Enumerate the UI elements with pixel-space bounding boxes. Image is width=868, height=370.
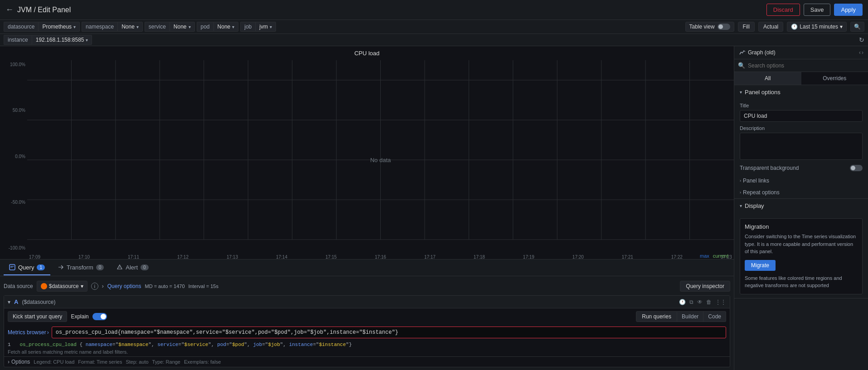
- tab-overrides[interactable]: Overrides: [801, 72, 868, 85]
- y-label-2: 0.0%: [2, 154, 25, 159]
- explain-label: Explain: [71, 313, 88, 320]
- panel-links-header[interactable]: › Panel links: [734, 175, 868, 187]
- trash-icon[interactable]: 🗑: [706, 299, 712, 305]
- zoom-icon[interactable]: 🔍: [850, 22, 864, 32]
- table-view-switch[interactable]: [718, 24, 730, 30]
- display-header[interactable]: ▾ Display: [734, 199, 868, 213]
- namespace-value[interactable]: None: [117, 22, 143, 32]
- x-label-3: 17:12: [177, 255, 189, 259]
- panel-options-header[interactable]: ▾ Panel options: [734, 85, 868, 99]
- description-field-label: Description: [740, 125, 863, 131]
- metrics-browser-chevron: ›: [47, 329, 49, 336]
- transparent-bg-label: Transparent background: [740, 165, 799, 171]
- title-field-label: Title: [740, 103, 863, 108]
- pod-value[interactable]: None: [213, 22, 239, 32]
- left-panel: CPU load 100.0% 50.0% 0.0% -50.0% -100.0…: [0, 46, 734, 370]
- migration-desc: Consider switching to the Time series vi…: [745, 233, 858, 255]
- instance-value[interactable]: 192.168.1.158:8585: [32, 35, 92, 45]
- code-button[interactable]: Code: [703, 311, 726, 322]
- drag-icon[interactable]: ⋮⋮: [715, 299, 726, 305]
- datasource-select[interactable]: $datasource ▾: [37, 281, 87, 292]
- options-chevron-icon: ›: [8, 359, 10, 365]
- x-label-4: 17:13: [227, 255, 238, 259]
- query-input-row: Kick start your query Explain Run querie…: [4, 308, 730, 325]
- builder-button[interactable]: Builder: [677, 311, 703, 322]
- query-inspector-button[interactable]: Query inspector: [680, 281, 730, 292]
- query-tabs: Query 1 Transform 0 Alert 0: [0, 259, 734, 276]
- alert-badge: 0: [141, 264, 149, 270]
- info-icon[interactable]: i: [91, 283, 98, 290]
- repeat-options-label: Repeat options: [743, 189, 780, 196]
- repeat-options-header[interactable]: › Repeat options: [734, 187, 868, 198]
- job-label: job: [240, 22, 255, 32]
- x-label-9: 17:18: [474, 255, 485, 259]
- back-icon[interactable]: ←: [5, 5, 14, 14]
- refresh-area: ↻: [859, 36, 864, 43]
- metrics-browser-label: Metrics browser: [8, 329, 46, 336]
- display-body: Migration Consider switching to the Time…: [734, 213, 868, 298]
- description-textarea[interactable]: [740, 133, 863, 160]
- collapse-icon[interactable]: ▾: [8, 299, 10, 305]
- top-bar-right: Discard Save Apply: [766, 4, 863, 16]
- service-label: service: [145, 22, 170, 32]
- migrate-button[interactable]: Migrate: [745, 260, 776, 271]
- options-expand[interactable]: › Options: [8, 359, 30, 365]
- apply-button[interactable]: Apply: [834, 4, 863, 16]
- options-legend: Legend: CPU load: [34, 359, 74, 365]
- x-label-5: 17:14: [276, 255, 287, 259]
- table-view-label: Table view: [689, 24, 715, 30]
- chart-grid: No data 17:09 17:10 17:11 17:12 17:13 17…: [27, 60, 734, 259]
- fill-button[interactable]: Fill: [738, 22, 755, 32]
- service-value[interactable]: None: [170, 22, 195, 32]
- transparent-bg-toggle[interactable]: [850, 165, 863, 171]
- x-label-0: 17:09: [29, 255, 40, 259]
- graph-icon: [739, 49, 746, 56]
- search-input[interactable]: [748, 62, 864, 69]
- y-label-3: -50.0%: [2, 200, 25, 205]
- eye-icon[interactable]: 👁: [697, 299, 703, 305]
- tab-transform[interactable]: Transform 0: [52, 260, 109, 275]
- service-var: service None: [145, 22, 195, 32]
- hint-line-1: 1 os_process_cpu_load { namespace="$name…: [8, 342, 726, 347]
- right-panel-search: 🔍: [734, 59, 868, 72]
- instance-label: instance: [4, 35, 32, 45]
- options-exemplars: Exemplars: false: [184, 359, 221, 365]
- metrics-row: Metrics browser › os_process_cpu_load{na…: [4, 325, 730, 340]
- tab-query[interactable]: Query 1: [4, 260, 50, 275]
- panel-links-label: Panel links: [743, 178, 769, 184]
- namespace-var: namespace None: [82, 22, 143, 32]
- fetch-text: Fetch all series matching metric name an…: [4, 348, 730, 356]
- title-input[interactable]: [740, 110, 863, 122]
- options-type: Type: Range: [152, 359, 180, 365]
- tab-alert[interactable]: Alert 0: [111, 260, 154, 275]
- job-value[interactable]: jvm: [255, 22, 276, 32]
- discard-button[interactable]: Discard: [766, 4, 800, 16]
- code-input[interactable]: os_process_cpu_load{namespace="$namespac…: [52, 327, 726, 338]
- viz-next-icon[interactable]: ›: [862, 49, 863, 56]
- tab-all[interactable]: All: [734, 72, 801, 85]
- run-queries-button[interactable]: Run queries: [636, 311, 677, 322]
- metrics-browser-link[interactable]: Metrics browser ›: [8, 329, 49, 336]
- page-title: JVM / Edit Panel: [17, 6, 71, 14]
- chart-legend: max current: [700, 253, 728, 259]
- pod-label: pod: [197, 22, 213, 32]
- toggle-knob: [718, 24, 723, 29]
- copy-icon[interactable]: ⧉: [689, 299, 693, 305]
- time-picker[interactable]: 🕐 Last 15 minutes ▾: [787, 22, 847, 32]
- explain-toggle[interactable]: [92, 313, 107, 320]
- viz-selector[interactable]: Graph (old) ‹ ›: [734, 46, 868, 59]
- actual-button[interactable]: Actual: [758, 22, 783, 32]
- transparent-bg-row: Transparent background: [740, 165, 863, 171]
- clock-query-icon[interactable]: 🕐: [679, 299, 686, 305]
- viz-prev-icon[interactable]: ‹: [859, 49, 861, 56]
- kick-start-button[interactable]: Kick start your query: [8, 311, 67, 322]
- migration-note: Some features like colored time regions …: [745, 274, 858, 289]
- namespace-label: namespace: [82, 22, 117, 32]
- x-label-11: 17:20: [572, 255, 584, 259]
- time-label: Last 15 minutes: [800, 24, 838, 30]
- table-view-toggle[interactable]: Table view: [685, 22, 734, 32]
- datasource-value[interactable]: Prometheus: [38, 22, 80, 32]
- query-options-label[interactable]: Query options: [107, 283, 141, 289]
- save-button[interactable]: Save: [804, 4, 831, 16]
- refresh-icon[interactable]: ↻: [859, 36, 864, 43]
